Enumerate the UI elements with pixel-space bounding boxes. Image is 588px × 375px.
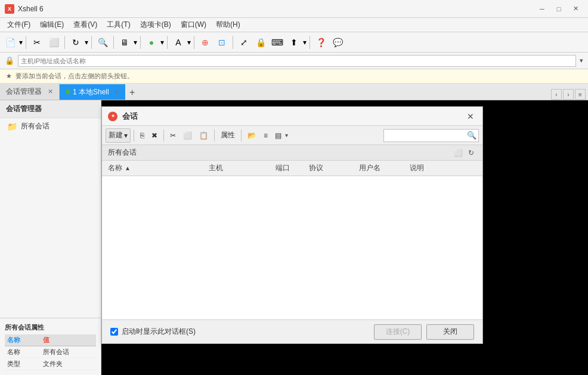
app-icon: X xyxy=(5,4,14,14)
menu-bar: 文件(F) 编辑(E) 查看(V) 工具(T) 选项卡(B) 窗口(W) 帮助(… xyxy=(0,18,588,32)
dialog-search-input[interactable] xyxy=(383,129,479,142)
toolbar-fullscreen[interactable]: ⤢ xyxy=(236,35,252,50)
toolbar-sep-7 xyxy=(194,36,194,49)
startup-checkbox[interactable] xyxy=(110,328,118,336)
toolbar-sep-8 xyxy=(233,36,233,49)
dialog-new-button[interactable]: 新建 ▾ xyxy=(106,128,131,143)
toolbar-transfer[interactable]: ⬆ xyxy=(286,35,302,50)
toolbar-color[interactable]: ● xyxy=(144,35,159,50)
minimize-button[interactable]: ─ xyxy=(534,3,550,15)
toolbar-transfer-dropdown[interactable]: ▾ xyxy=(303,38,307,47)
tab-bar: 会话管理器 ✕ 1 本地Shell ✕ + ‹ › ≡ xyxy=(0,84,588,100)
toolbar-font-dropdown[interactable]: ▾ xyxy=(187,38,191,47)
toolbar-new-dropdown[interactable]: ▾ xyxy=(19,38,23,47)
main-toolbar: 📄 ▾ ✂ ⬜ ↻ ▾ 🔍 🖥 ▾ ● ▾ A ▾ ⊕ ⊡ ⤢ 🔒 ⌨ ⬆ ▾ … xyxy=(0,32,588,53)
breadcrumb-refresh-icon[interactable]: ↻ xyxy=(466,147,476,158)
menu-view[interactable]: 查看(V) xyxy=(69,18,102,32)
tab-status-dot xyxy=(66,90,70,94)
dtb-sep-4 xyxy=(241,130,242,142)
menu-edit[interactable]: 编辑(E) xyxy=(35,18,69,32)
col-header-name[interactable]: 名称 ▲ xyxy=(108,163,209,173)
toolbar-copy[interactable]: ⬜ xyxy=(46,35,61,50)
dialog-copy-btn[interactable]: ⎘ xyxy=(137,128,147,143)
toolbar-chat[interactable]: 💬 xyxy=(330,35,345,50)
dialog-copy2-btn[interactable]: ⬜ xyxy=(180,128,195,143)
dialog-view-dropdown[interactable]: ▤ ▾ xyxy=(272,128,288,143)
toolbar-cut[interactable]: ✂ xyxy=(29,35,45,50)
dialog-breadcrumb: 所有会话 ⬜ ↻ xyxy=(102,145,482,161)
dialog-search-box: 🔍 xyxy=(289,129,479,142)
tab-navigation: ‹ › ≡ xyxy=(551,89,588,100)
tab-nav-menu[interactable]: ≡ xyxy=(575,89,586,100)
add-tab-button[interactable]: + xyxy=(125,85,140,100)
session-manager-close[interactable]: ✕ xyxy=(48,88,53,96)
footer-buttons: 连接(C) 关闭 xyxy=(374,324,474,340)
window-close-button[interactable]: ✕ xyxy=(568,3,583,15)
dialog-delete-btn[interactable]: ✖ xyxy=(148,128,160,143)
tab-nav-left[interactable]: ‹ xyxy=(551,89,562,100)
toolbar-sep-3 xyxy=(91,36,92,49)
dtb-sep-1 xyxy=(134,130,134,142)
menu-tools[interactable]: 工具(T) xyxy=(102,18,135,32)
toolbar-sep-1 xyxy=(26,36,26,49)
menu-options[interactable]: 选项卡(B) xyxy=(135,18,176,32)
toolbar-color-dropdown[interactable]: ▾ xyxy=(160,38,164,47)
dialog-title-text: 会话 xyxy=(122,111,460,122)
dialog-paste-btn[interactable]: 📋 xyxy=(196,128,211,143)
toolbar-refresh-dropdown[interactable]: ▾ xyxy=(85,38,88,47)
toolbar-connect[interactable]: 🖥 xyxy=(117,35,132,50)
hint-text: 要添加当前会话，点击左侧的箭头按钮。 xyxy=(16,72,134,81)
toolbar-sep-4 xyxy=(113,36,114,49)
toolbar-lock[interactable]: 🔒 xyxy=(253,35,268,50)
tab-label: 1 本地Shell xyxy=(73,87,109,97)
toolbar-help[interactable]: ❓ xyxy=(313,35,329,50)
dialog-close-button[interactable]: ✕ xyxy=(465,110,476,122)
toolbar-sep-2 xyxy=(64,36,65,49)
breadcrumb-copy-icon[interactable]: ⬜ xyxy=(453,147,463,158)
toolbar-xftp[interactable]: ⊡ xyxy=(214,35,230,50)
breadcrumb-icons: ⬜ ↻ xyxy=(453,147,476,158)
startup-checkbox-label[interactable]: 启动时显示此对话框(S) xyxy=(122,327,196,337)
dialog-search-button[interactable]: 🔍 xyxy=(466,130,477,141)
toolbar-refresh[interactable]: ↻ xyxy=(68,35,83,50)
address-dropdown-btn[interactable]: ▾ xyxy=(580,57,583,64)
restore-button[interactable]: □ xyxy=(551,3,567,15)
tab-close-btn[interactable]: ✕ xyxy=(114,88,119,96)
breadcrumb-label: 所有会话 xyxy=(108,147,137,158)
col-header-desc[interactable]: 说明 xyxy=(410,163,476,173)
toolbar-connect-dropdown[interactable]: ▾ xyxy=(134,38,137,47)
toolbar-sep-9 xyxy=(310,36,310,49)
toolbar-font[interactable]: A xyxy=(171,35,186,50)
footer-checkbox-area: 启动时显示此对话框(S) xyxy=(110,327,196,337)
address-input[interactable] xyxy=(18,55,576,67)
title-bar-left: X Xshell 6 xyxy=(5,4,44,14)
dialog-open-folder-btn[interactable]: 📂 xyxy=(245,128,259,143)
menu-window[interactable]: 窗口(W) xyxy=(176,18,211,32)
hint-star-icon: ★ xyxy=(6,72,12,80)
session-manager-tab[interactable]: 会话管理器 ✕ xyxy=(0,83,60,100)
menu-help[interactable]: 帮助(H) xyxy=(211,18,245,32)
local-shell-tab[interactable]: 1 本地Shell ✕ xyxy=(60,84,125,100)
dialog-detail-view-btn[interactable]: ▤ xyxy=(272,128,284,143)
address-lock-icon: 🔒 xyxy=(5,56,14,65)
dialog-properties-btn[interactable]: 属性 xyxy=(218,128,238,143)
col-header-protocol[interactable]: 协议 xyxy=(309,163,359,173)
dialog-view-arrow[interactable]: ▾ xyxy=(285,132,288,139)
address-bar: 🔒 ▾ xyxy=(0,53,588,69)
dialog-cut-btn[interactable]: ✂ xyxy=(167,128,179,143)
sessions-table-body[interactable] xyxy=(102,176,482,319)
connect-button[interactable]: 连接(C) xyxy=(374,324,422,340)
dialog-footer: 启动时显示此对话框(S) 连接(C) 关闭 xyxy=(102,319,482,343)
toolbar-find[interactable]: 🔍 xyxy=(95,35,110,50)
tab-nav-right[interactable]: › xyxy=(563,89,574,100)
toolbar-new-session[interactable]: 📄 xyxy=(2,35,18,50)
col-header-user[interactable]: 用户名 xyxy=(359,163,409,173)
menu-file[interactable]: 文件(F) xyxy=(2,18,35,32)
toolbar-sep-6 xyxy=(167,36,168,49)
toolbar-netsafe[interactable]: ⊕ xyxy=(197,35,213,50)
col-header-port[interactable]: 端口 xyxy=(276,163,309,173)
toolbar-keyboard[interactable]: ⌨ xyxy=(270,35,285,50)
col-header-host[interactable]: 主机 xyxy=(209,163,276,173)
dialog-footer-close-button[interactable]: 关闭 xyxy=(426,324,474,340)
dialog-list-view-btn[interactable]: ≡ xyxy=(261,128,271,143)
